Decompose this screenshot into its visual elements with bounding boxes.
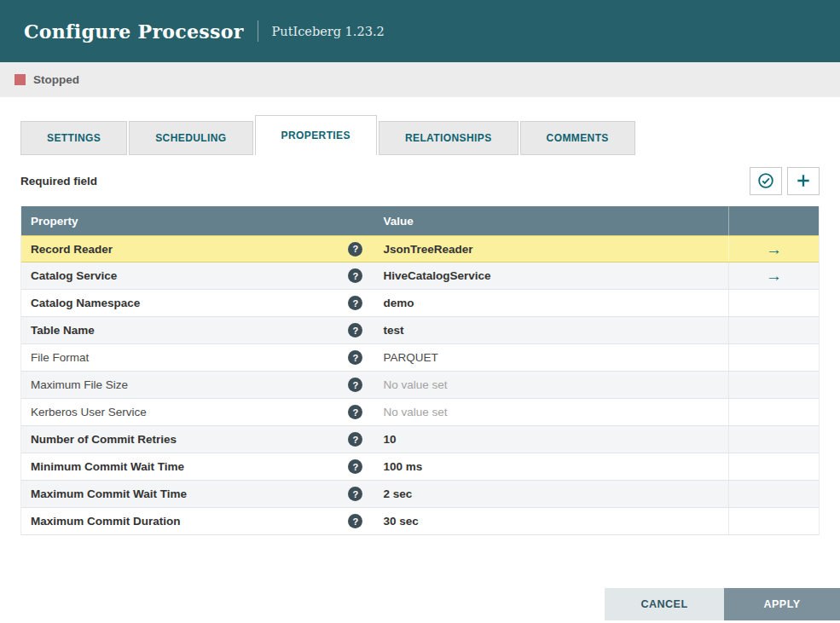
plus-icon bbox=[795, 172, 812, 189]
property-name: Table Name bbox=[31, 324, 95, 337]
property-column-label: Property bbox=[31, 215, 78, 228]
table-row[interactable]: File Format?PARQUET bbox=[21, 344, 819, 372]
help-icon[interactable]: ? bbox=[348, 459, 362, 474]
table-row[interactable]: Number of Commit Retries?10 bbox=[21, 426, 819, 453]
table-row[interactable]: Record Reader?JsonTreeReader→ bbox=[21, 235, 819, 262]
help-icon[interactable]: ? bbox=[348, 350, 362, 365]
table-row[interactable]: Kerberos User Service?No value set bbox=[21, 399, 819, 426]
table-row[interactable]: Maximum Commit Duration?30 sec bbox=[21, 508, 819, 535]
cancel-button[interactable]: CANCEL bbox=[605, 588, 724, 620]
property-name: File Format bbox=[31, 351, 89, 364]
properties-table: Property Value Record Reader?JsonTreeRea… bbox=[20, 206, 820, 535]
help-icon[interactable]: ? bbox=[348, 378, 362, 392]
action-cell bbox=[728, 399, 819, 425]
property-value-cell[interactable]: PARQUET bbox=[372, 344, 728, 371]
table-row[interactable]: Minimum Commit Wait Time?100 ms bbox=[21, 453, 819, 481]
tab-settings[interactable]: SETTINGS bbox=[20, 121, 127, 155]
action-cell: → bbox=[728, 236, 819, 262]
help-icon[interactable]: ? bbox=[348, 296, 362, 310]
property-name: Minimum Commit Wait Time bbox=[31, 460, 184, 473]
property-value-cell[interactable]: 100 ms bbox=[372, 453, 728, 480]
property-name: Maximum File Size bbox=[31, 378, 128, 391]
action-cell bbox=[728, 290, 819, 316]
stopped-status-icon bbox=[14, 74, 26, 85]
table-row[interactable]: Catalog Service?HiveCatalogService→ bbox=[21, 262, 819, 290]
property-name-cell: Maximum File Size? bbox=[21, 372, 372, 398]
required-field-label: Required field bbox=[20, 175, 97, 187]
action-cell bbox=[728, 508, 819, 534]
help-icon[interactable]: ? bbox=[348, 487, 362, 501]
add-property-button[interactable] bbox=[787, 167, 820, 195]
help-icon[interactable]: ? bbox=[348, 405, 362, 419]
status-bar: Stopped bbox=[0, 62, 840, 97]
tab-relationships[interactable]: RELATIONSHIPS bbox=[379, 121, 518, 155]
property-value-cell[interactable]: No value set bbox=[372, 399, 728, 425]
property-value-cell[interactable]: No value set bbox=[372, 372, 728, 398]
property-value-cell[interactable]: 10 bbox=[372, 426, 728, 453]
property-name-cell: File Format? bbox=[21, 344, 372, 371]
property-name: Catalog Namespace bbox=[31, 297, 140, 309]
property-name: Number of Commit Retries bbox=[31, 433, 177, 446]
property-name: Maximum Commit Duration bbox=[31, 515, 181, 528]
properties-toolbar: Required field bbox=[20, 165, 820, 196]
table-row[interactable]: Catalog Namespace?demo bbox=[21, 290, 819, 317]
help-icon[interactable]: ? bbox=[348, 323, 362, 337]
table-row[interactable]: Maximum Commit Wait Time?2 sec bbox=[21, 481, 819, 508]
property-name-cell: Number of Commit Retries? bbox=[21, 426, 372, 453]
action-cell bbox=[728, 481, 819, 507]
title-separator bbox=[258, 20, 258, 42]
property-value-cell[interactable]: HiveCatalogService bbox=[372, 262, 728, 289]
dialog-header: Configure Processor PutIceberg 1.23.2 bbox=[0, 0, 840, 62]
verify-properties-button[interactable] bbox=[750, 167, 782, 195]
tab-comments[interactable]: COMMENTS bbox=[520, 121, 635, 155]
property-name-cell: Catalog Service? bbox=[21, 262, 372, 289]
tab-bar: SETTINGSSCHEDULINGPROPERTIESRELATIONSHIP… bbox=[20, 115, 820, 155]
dialog-title: Configure Processor bbox=[24, 20, 244, 43]
action-cell bbox=[728, 426, 819, 453]
property-name: Maximum Commit Wait Time bbox=[31, 487, 187, 500]
dialog-footer: CANCEL APPLY bbox=[605, 588, 840, 620]
action-cell bbox=[728, 344, 819, 371]
apply-button[interactable]: APPLY bbox=[724, 588, 840, 620]
property-column-header: Property bbox=[21, 206, 372, 235]
property-value-cell[interactable]: 2 sec bbox=[372, 481, 728, 507]
help-icon[interactable]: ? bbox=[348, 242, 362, 257]
property-name-cell: Record Reader? bbox=[21, 236, 372, 262]
dialog-content: SETTINGSSCHEDULINGPROPERTIESRELATIONSHIP… bbox=[0, 115, 840, 535]
property-name-cell: Maximum Commit Wait Time? bbox=[21, 481, 372, 507]
toolbar-buttons bbox=[750, 167, 820, 195]
property-value-cell[interactable]: test bbox=[372, 317, 728, 343]
property-value-cell[interactable]: demo bbox=[372, 290, 728, 316]
action-cell bbox=[728, 372, 819, 398]
properties-table-body: Record Reader?JsonTreeReader→Catalog Ser… bbox=[21, 235, 819, 535]
action-cell: → bbox=[728, 262, 819, 289]
processor-type-version: PutIceberg 1.23.2 bbox=[272, 25, 385, 38]
property-value-cell[interactable]: 30 sec bbox=[372, 508, 728, 534]
property-name: Record Reader bbox=[31, 243, 113, 256]
help-icon[interactable]: ? bbox=[348, 514, 362, 528]
value-column-header: Value bbox=[372, 206, 728, 235]
help-icon[interactable]: ? bbox=[348, 432, 362, 447]
value-column-label: Value bbox=[383, 215, 413, 228]
check-circle-icon bbox=[757, 172, 774, 189]
help-icon[interactable]: ? bbox=[348, 268, 362, 283]
table-header-row: Property Value bbox=[21, 206, 819, 235]
property-name-cell: Maximum Commit Duration? bbox=[21, 508, 372, 534]
property-name-cell: Minimum Commit Wait Time? bbox=[21, 453, 372, 480]
go-to-service-icon[interactable]: → bbox=[766, 241, 782, 257]
table-row[interactable]: Maximum File Size?No value set bbox=[21, 372, 819, 399]
property-name-cell: Table Name? bbox=[21, 317, 372, 343]
action-cell bbox=[728, 453, 819, 480]
tab-scheduling[interactable]: SCHEDULING bbox=[129, 121, 252, 155]
go-to-service-icon[interactable]: → bbox=[766, 268, 782, 284]
status-label: Stopped bbox=[33, 73, 79, 86]
property-name: Kerberos User Service bbox=[31, 406, 147, 418]
property-name-cell: Catalog Namespace? bbox=[21, 290, 372, 316]
property-name: Catalog Service bbox=[31, 269, 117, 282]
action-cell bbox=[728, 317, 819, 343]
tab-properties[interactable]: PROPERTIES bbox=[255, 115, 377, 155]
action-column-header bbox=[728, 206, 819, 235]
property-name-cell: Kerberos User Service? bbox=[21, 399, 372, 425]
table-row[interactable]: Table Name?test bbox=[21, 317, 819, 344]
property-value-cell[interactable]: JsonTreeReader bbox=[372, 236, 728, 262]
